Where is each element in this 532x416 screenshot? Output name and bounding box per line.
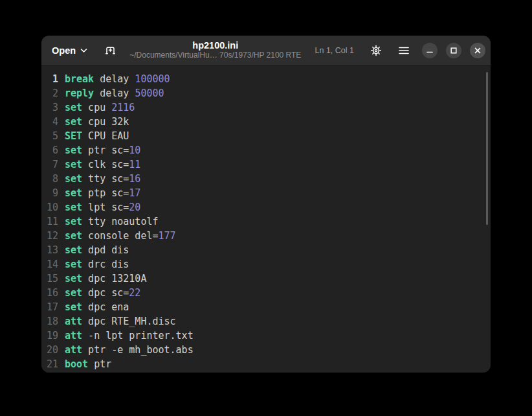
code-text: att ptr -e mh_boot.abs (65, 343, 194, 357)
close-icon (474, 47, 481, 54)
code-text: set cpu 2116 (65, 100, 135, 115)
code-line[interactable]: 12set console del=177 (41, 229, 491, 243)
code-text: set lpt sc=20 (65, 200, 140, 214)
line-number: 20 (41, 343, 58, 357)
headerbar: Open hp2100.ini (41, 36, 491, 65)
menu-icon (399, 47, 409, 54)
code-line[interactable]: 18att dpc RTE_MH.disc (41, 314, 491, 329)
line-number: 13 (41, 243, 58, 257)
code-line[interactable]: 13set dpd dis (41, 243, 491, 257)
line-number: 9 (41, 186, 58, 200)
headerbar-left-group: Open (47, 41, 120, 60)
vertical-scrollbar[interactable] (486, 72, 488, 225)
code-line[interactable]: 1break delay 100000 (41, 72, 491, 86)
gear-icon (370, 45, 382, 56)
code-text: set console del=177 (65, 229, 176, 243)
new-tab-icon (105, 45, 116, 56)
code-line[interactable]: 14set drc dis (41, 257, 491, 272)
code-line[interactable]: 15set dpc 13210A (41, 272, 491, 286)
code-text: set ptp sc=17 (65, 186, 140, 200)
code-text: set dpc sc=22 (65, 286, 140, 300)
document-title: hp2100.ini (120, 40, 311, 51)
code-text: set dpd dis (65, 243, 129, 257)
code-text: boot ptr (65, 357, 111, 371)
code-line[interactable]: 4set cpu 32k (41, 115, 491, 129)
code-line[interactable]: 3set cpu 2116 (41, 100, 491, 115)
line-number: 12 (41, 229, 58, 243)
new-tab-button[interactable] (100, 41, 120, 60)
line-number: 6 (41, 143, 58, 157)
line-number: 1 (41, 72, 58, 86)
line-number: 17 (41, 300, 58, 314)
line-number: 15 (41, 272, 58, 286)
code-text: set ptr sc=10 (65, 143, 140, 157)
code-text: set tty sc=16 (65, 172, 140, 186)
open-button[interactable]: Open (47, 42, 93, 59)
line-number: 7 (41, 157, 58, 172)
line-number: 19 (41, 329, 58, 343)
line-number: 8 (41, 172, 58, 186)
code-line[interactable]: 19att -n lpt printer.txt (41, 329, 491, 343)
line-number: 11 (41, 214, 58, 229)
code-text: set drc dis (65, 257, 129, 272)
settings-button[interactable] (366, 41, 386, 60)
code-line[interactable]: 10set lpt sc=20 (41, 200, 491, 214)
text-editor-window: Open hp2100.ini (41, 36, 491, 373)
line-number: 3 (41, 100, 58, 115)
code-line[interactable]: 21boot ptr (41, 357, 491, 371)
code-line[interactable]: 11set tty noautolf (41, 214, 491, 229)
code-lines: 1break delay 1000002reply delay 500003se… (41, 72, 491, 371)
document-path: ~/Documents/VirtualHu… 70s/1973/HP 2100 … (120, 51, 311, 60)
code-text: SET CPU EAU (65, 129, 129, 143)
maximize-button[interactable] (446, 43, 461, 58)
open-button-label: Open (52, 45, 76, 56)
editor-area[interactable]: 1break delay 1000002reply delay 500003se… (41, 65, 491, 373)
code-line[interactable]: 2reply delay 50000 (41, 86, 491, 100)
window-title-block: hp2100.ini ~/Documents/VirtualHu… 70s/19… (120, 40, 311, 60)
code-line[interactable]: 9set ptp sc=17 (41, 186, 491, 200)
code-text: set tty noautolf (65, 214, 159, 229)
chevron-down-icon (80, 48, 87, 53)
close-button[interactable] (470, 43, 485, 58)
code-line[interactable]: 20att ptr -e mh_boot.abs (41, 343, 491, 357)
code-text: set clk sc=11 (65, 157, 140, 172)
headerbar-right-group: Ln 1, Col 1 (311, 41, 485, 60)
code-line[interactable]: 16set dpc sc=22 (41, 286, 491, 300)
code-text: att -n lpt printer.txt (65, 329, 194, 343)
line-number: 21 (41, 357, 58, 371)
cursor-position-indicator[interactable]: Ln 1, Col 1 (311, 43, 358, 58)
code-text: set dpc ena (65, 300, 129, 314)
line-number: 18 (41, 314, 58, 329)
minimize-button[interactable] (422, 43, 438, 58)
desktop-background: Open hp2100.ini (0, 0, 532, 416)
code-line[interactable]: 8set tty sc=16 (41, 172, 491, 186)
code-line[interactable]: 6set ptr sc=10 (41, 143, 491, 157)
code-text: set cpu 32k (65, 115, 129, 129)
code-text: reply delay 50000 (65, 86, 164, 100)
code-text: att dpc RTE_MH.disc (65, 314, 176, 329)
code-line[interactable]: 7set clk sc=11 (41, 157, 491, 172)
line-number: 2 (41, 86, 58, 100)
line-number: 14 (41, 257, 58, 272)
menu-button[interactable] (394, 41, 414, 60)
line-number: 10 (41, 200, 58, 214)
code-text: break delay 100000 (65, 72, 170, 86)
line-number: 5 (41, 129, 58, 143)
code-line[interactable]: 5SET CPU EAU (41, 129, 491, 143)
line-number: 16 (41, 286, 58, 300)
code-text: set dpc 13210A (65, 272, 146, 286)
minimize-icon (427, 47, 433, 54)
code-line[interactable]: 17set dpc ena (41, 300, 491, 314)
line-number: 4 (41, 115, 58, 129)
maximize-icon (450, 47, 457, 54)
